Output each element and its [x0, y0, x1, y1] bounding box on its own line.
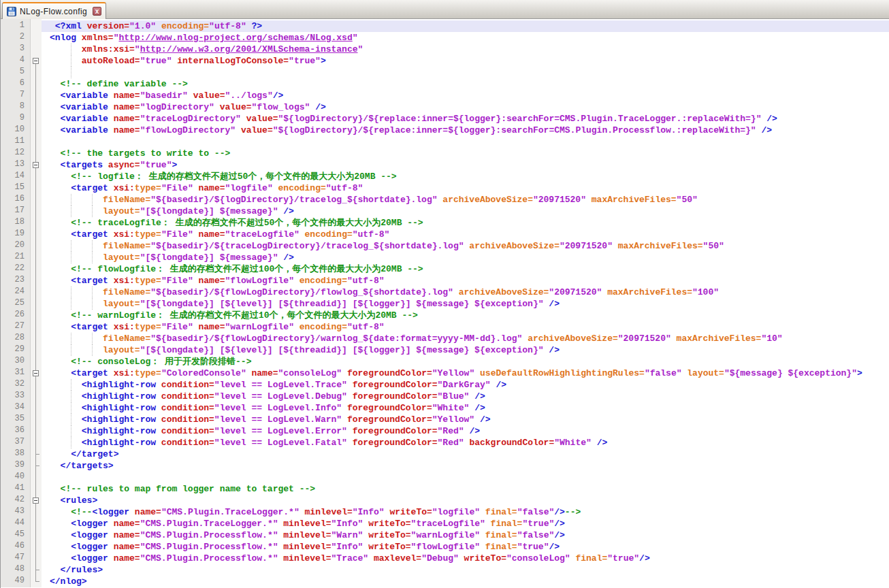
code-line[interactable]: <highlight-row condition="level == LogLe… [42, 414, 889, 425]
indent-guide [71, 206, 71, 217]
line-number: 19 [1, 229, 30, 240]
code-line[interactable]: <highlight-row condition="level == LogLe… [42, 379, 889, 391]
code-line[interactable]: <rules> [42, 495, 889, 506]
indent-guide [71, 298, 71, 310]
line-number: 3 [1, 44, 30, 55]
code-line[interactable]: <targets async="true"> [42, 159, 889, 171]
line-number: 48 [1, 564, 30, 576]
line-number: 13 [1, 159, 30, 171]
code-line[interactable]: <target xsi:type="File" name="flowLogfil… [42, 275, 889, 287]
line-number: 2 [1, 32, 30, 44]
code-line[interactable]: <target xsi:type="File" name="logfile" e… [42, 182, 889, 194]
indent-guide [71, 379, 71, 391]
code-line[interactable]: <highlight-row condition="level == LogLe… [42, 437, 889, 448]
code-line[interactable]: <!-- warnLogfile： 生成的存档文件不超过10个，每个文件的最大大… [42, 310, 889, 321]
code-line[interactable]: </targets> [42, 460, 889, 472]
code-line[interactable]: <logger name="CMS.Plugin.Processflow.*" … [42, 529, 889, 541]
line-number: 32 [1, 379, 30, 391]
indent-guide [71, 67, 71, 78]
code-line[interactable] [42, 67, 889, 78]
code-line[interactable]: </target> [42, 448, 889, 460]
code-line[interactable]: fileName="${basedir}/${flowLogDirectory}… [42, 287, 889, 298]
line-number: 30 [1, 356, 30, 368]
code-line[interactable]: <target xsi:type="File" name="warnLogfil… [42, 321, 889, 333]
code-line[interactable]: layout="[${longdate}] ${message}" /> [42, 252, 889, 263]
code-line[interactable]: <highlight-row condition="level == LogLe… [42, 425, 889, 437]
code-area[interactable]: <?xml version="1.0" encoding="utf-8" ?><… [42, 19, 889, 587]
indent-guide [71, 252, 71, 263]
code-line[interactable]: <!--<logger name="CMS.Plugin.TraceLogger… [42, 506, 889, 518]
line-number: 6 [1, 78, 30, 90]
code-line[interactable]: <!-- consoleLog： 用于开发阶段排错--> [42, 356, 889, 368]
fold-collapse-button[interactable] [33, 370, 39, 376]
line-number: 38 [1, 448, 30, 460]
code-line[interactable]: <highlight-row condition="level == LogLe… [42, 391, 889, 402]
code-line[interactable]: <target xsi:type="ColoredConsole" name="… [42, 368, 889, 379]
indent-guide [71, 414, 71, 425]
code-line[interactable]: fileName="${basedir}/${logDirectory}/tra… [42, 194, 889, 206]
fold-collapse-button[interactable] [33, 162, 39, 168]
code-line[interactable]: <target xsi:type="File" name="traceLogfi… [42, 229, 889, 240]
line-number: 36 [1, 425, 30, 437]
line-number: 22 [1, 263, 30, 275]
line-number: 25 [1, 298, 30, 310]
line-number: 23 [1, 275, 30, 287]
code-line[interactable]: <nlog xmlns="http://www.nlog-project.org… [42, 32, 889, 44]
code-line[interactable]: fileName="${basedir}/${traceLogDirectory… [42, 240, 889, 252]
code-line[interactable]: <logger name="CMS.Plugin.TraceLogger.*" … [42, 518, 889, 529]
line-number: 40 [1, 472, 30, 483]
code-line[interactable]: <?xml version="1.0" encoding="utf-8" ?> [42, 20, 889, 32]
code-line[interactable]: <variable name="traceLogDirectory" value… [42, 113, 889, 125]
line-number: 27 [1, 321, 30, 333]
fold-collapse-button[interactable] [33, 497, 39, 504]
code-editor: 1234567891011121314151617181920212223242… [1, 19, 889, 587]
code-line[interactable]: <variable name="logDirectory" value="flo… [42, 101, 889, 113]
line-number: 16 [1, 194, 30, 206]
line-number: 37 [1, 437, 30, 448]
code-line[interactable]: <highlight-row condition="level == LogLe… [42, 402, 889, 414]
code-line[interactable]: <logger name="CMS.Plugin.Processflow.*" … [42, 541, 889, 553]
code-line[interactable]: xmlns:xsi="http://www.w3.org/2001/XMLSch… [42, 44, 889, 55]
line-number: 49 [1, 576, 30, 587]
code-line[interactable]: <logger name="CMS.Plugin.Processflow.*" … [42, 553, 889, 564]
line-number: 18 [1, 217, 30, 229]
tab-nlog-flow-config[interactable]: NLog-Flow.config x [2, 2, 106, 19]
code-line[interactable]: <!-- define variable --> [42, 78, 889, 90]
code-line[interactable]: fileName="${basedir}/${flowLogDirectory}… [42, 333, 889, 344]
code-line[interactable]: <!-- the targets to write to --> [42, 148, 889, 159]
code-line[interactable]: </nlog> [42, 576, 889, 587]
code-line[interactable]: <variable name="basedir" value="../logs"… [42, 90, 889, 101]
line-number: 26 [1, 310, 30, 321]
line-number: 9 [1, 113, 30, 125]
code-line[interactable]: <!-- traceLogfile： 生成的存档文件不超过50个，每个文件的最大… [42, 217, 889, 229]
line-number: 33 [1, 391, 30, 402]
code-line[interactable]: <!-- logfile： 生成的存档文件不超过50个，每个文件的最大大小为20… [42, 171, 889, 182]
tab-close-icon[interactable]: x [93, 7, 101, 16]
fold-end-marker [35, 581, 39, 582]
line-number: 17 [1, 206, 30, 217]
code-line[interactable]: <variable name="flowLogDirectory" value=… [42, 125, 889, 136]
line-number: 4 [1, 55, 30, 67]
indent-guide [71, 333, 71, 344]
code-line[interactable]: layout="[${longdate}] [${level}] [${thre… [42, 298, 889, 310]
code-line[interactable]: layout="[${longdate}] ${message}" /> [42, 206, 889, 217]
code-line[interactable]: autoReload="true" internalLogToConsole="… [42, 55, 889, 67]
saved-file-icon [7, 7, 16, 16]
line-number-gutter: 1234567891011121314151617181920212223242… [1, 19, 31, 587]
line-number: 8 [1, 101, 30, 113]
line-number: 42 [1, 495, 30, 506]
code-line[interactable] [42, 472, 889, 483]
code-line[interactable] [42, 136, 889, 148]
indent-guide [71, 44, 71, 55]
code-line[interactable]: <!-- flowLogfile： 生成的存档文件不超过100个，每个文件的最大… [42, 263, 889, 275]
fold-collapse-button[interactable] [33, 58, 39, 64]
indent-guide [92, 333, 93, 344]
line-number: 34 [1, 402, 30, 414]
code-line[interactable]: <!-- rules to map from logger name to ta… [42, 483, 889, 495]
code-line[interactable]: </rules> [42, 564, 889, 576]
code-line[interactable]: layout="[${longdate}] [${level}] [${thre… [42, 344, 889, 356]
indent-guide [92, 194, 93, 206]
indent-guide [92, 287, 93, 298]
indent-guide [71, 344, 71, 356]
fold-structure-line [35, 64, 36, 581]
